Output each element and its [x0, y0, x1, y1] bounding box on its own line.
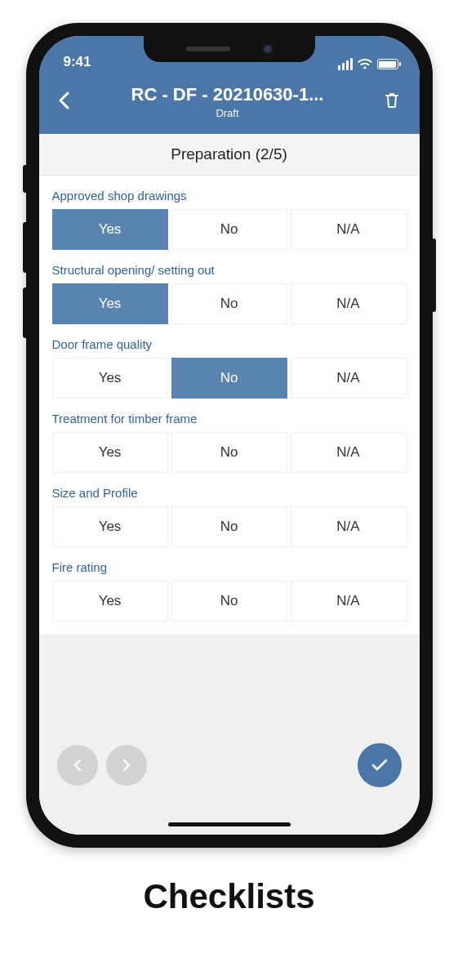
option-yes[interactable]: Yes — [52, 581, 168, 621]
side-button — [23, 165, 28, 193]
side-button — [431, 238, 436, 312]
confirm-button[interactable] — [358, 743, 402, 787]
signal-icon — [338, 58, 353, 70]
check-icon — [371, 758, 389, 773]
wifi-icon — [358, 59, 372, 70]
question: Approved shop drawingsYesNoN/A — [39, 179, 420, 253]
prev-button[interactable] — [57, 745, 98, 786]
question-label: Door frame quality — [52, 337, 407, 351]
option-yes[interactable]: Yes — [52, 283, 168, 324]
question-label: Structural opening/ setting out — [52, 263, 407, 277]
option-yes[interactable]: Yes — [52, 358, 168, 399]
phone-notch — [144, 36, 315, 62]
chevron-left-icon — [58, 91, 69, 109]
option-no[interactable]: No — [171, 283, 287, 324]
question-label: Approved shop drawings — [52, 189, 407, 203]
option-na[interactable]: N/A — [291, 581, 407, 621]
questions-list: Approved shop drawingsYesNoN/AStructural… — [39, 176, 420, 635]
footer-area — [39, 663, 420, 835]
option-yes[interactable]: Yes — [52, 209, 168, 250]
question: Size and ProfileYesNoN/A — [39, 476, 420, 550]
question: Fire ratingYesNoN/A — [39, 550, 420, 625]
home-indicator — [168, 822, 291, 826]
delete-button[interactable] — [379, 84, 405, 117]
option-no[interactable]: No — [171, 209, 287, 250]
caption: Checklists — [143, 877, 314, 916]
phone-frame: 9:41 RC - DF - 20210630-1... Draft Prepa… — [26, 23, 433, 848]
section-header: Preparation (2/5) — [39, 134, 420, 176]
question: Treatment for timber frameYesNoN/A — [39, 402, 420, 476]
question: Structural opening/ setting outYesNoN/A — [39, 253, 420, 327]
option-yes[interactable]: Yes — [52, 432, 168, 473]
question-label: Treatment for timber frame — [52, 412, 407, 425]
option-na[interactable]: N/A — [291, 432, 407, 473]
option-na[interactable]: N/A — [291, 209, 407, 250]
battery-icon — [377, 59, 398, 69]
next-button[interactable] — [106, 745, 147, 786]
page-title: RC - DF - 20210630-1... — [77, 84, 379, 105]
side-button — [23, 287, 28, 338]
option-na[interactable]: N/A — [291, 283, 407, 324]
app-header: RC - DF - 20210630-1... Draft — [39, 75, 420, 134]
chevron-left-icon — [73, 759, 82, 772]
option-yes[interactable]: Yes — [52, 506, 168, 547]
option-na[interactable]: N/A — [291, 506, 407, 547]
question-label: Fire rating — [52, 560, 407, 574]
option-no[interactable]: No — [171, 358, 287, 399]
back-button[interactable] — [51, 84, 77, 117]
option-no[interactable]: No — [171, 506, 287, 547]
option-na[interactable]: N/A — [291, 358, 407, 399]
page-subtitle: Draft — [77, 107, 379, 119]
side-button — [23, 222, 28, 273]
chevron-right-icon — [122, 759, 131, 772]
question-label: Size and Profile — [52, 486, 407, 500]
option-no[interactable]: No — [171, 432, 287, 473]
question: Door frame qualityYesNoN/A — [39, 327, 420, 402]
status-time: 9:41 — [64, 54, 91, 70]
option-no[interactable]: No — [171, 581, 287, 621]
trash-icon — [384, 91, 400, 109]
